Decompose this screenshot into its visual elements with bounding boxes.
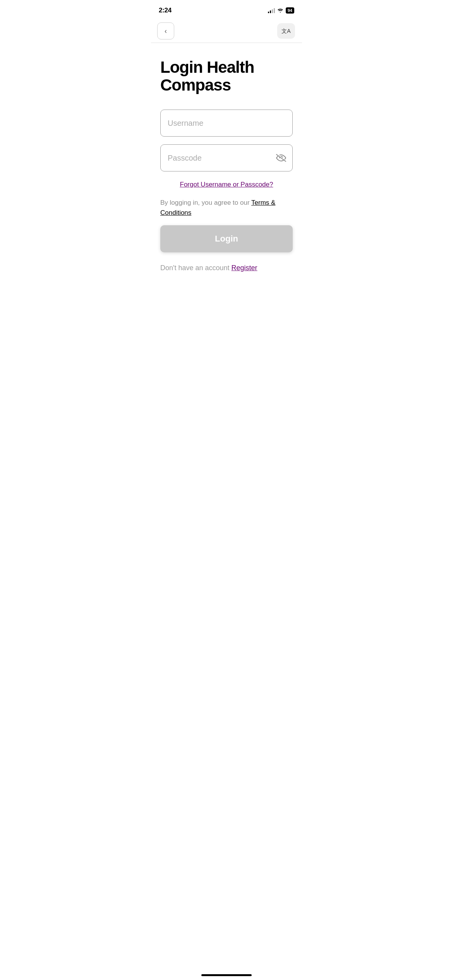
wifi-icon (277, 8, 283, 13)
terms-prefix: By logging in, you agree to our (160, 199, 251, 206)
signal-icon (268, 8, 275, 13)
nav-bar: ‹ 文A (151, 19, 302, 43)
passcode-group (160, 144, 293, 171)
register-link[interactable]: Register (232, 264, 257, 272)
toggle-password-icon[interactable] (276, 154, 287, 162)
username-group (160, 110, 293, 137)
main-content: Login Health Compass Forgot Username or … (151, 47, 302, 288)
passcode-input[interactable] (160, 144, 293, 171)
register-prefix: Don't have an account (160, 264, 232, 272)
forgot-link-container: Forgot Username or Passcode? (160, 181, 293, 188)
translate-icon: 文A (277, 23, 295, 39)
battery-level: 94 (288, 8, 292, 13)
back-chevron-icon: ‹ (165, 27, 167, 35)
status-bar: 2:24 94 (151, 0, 302, 19)
register-text: Don't have an account Register (160, 264, 293, 272)
page-title: Login Health Compass (160, 58, 293, 94)
status-time: 2:24 (159, 7, 172, 14)
passcode-wrapper (160, 144, 293, 171)
login-button[interactable]: Login (160, 225, 293, 252)
back-button[interactable]: ‹ (157, 22, 174, 39)
status-icons: 94 (268, 7, 294, 14)
username-input[interactable] (160, 110, 293, 137)
forgot-link[interactable]: Forgot Username or Passcode? (180, 181, 273, 188)
battery-icon: 94 (286, 7, 294, 14)
terms-text: By logging in, you agree to our Terms & … (160, 198, 293, 218)
translate-button[interactable]: 文A (276, 22, 296, 39)
